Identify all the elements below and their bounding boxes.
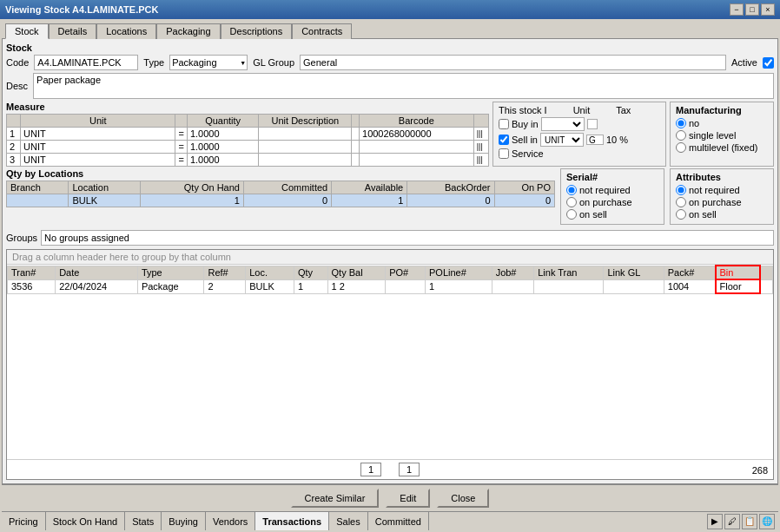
sellin-unit-select[interactable]: UNIT	[540, 133, 584, 147]
barcode-icon-2[interactable]: |||	[473, 141, 488, 154]
col-qty-bal: Qty Bal	[327, 266, 386, 279]
attr-on-purchase-radio[interactable]	[676, 197, 686, 207]
unit-input-2[interactable]	[23, 141, 172, 152]
barcode-input-1[interactable]	[362, 128, 449, 139]
manuf-no-radio[interactable]	[676, 118, 686, 128]
transaction-section: Drag a column header here to group by th…	[6, 249, 774, 480]
trans-ref: 2	[204, 279, 246, 293]
restore-button[interactable]: □	[745, 3, 759, 16]
sellin-checkbox[interactable]	[499, 135, 509, 145]
barcode-input-3[interactable]	[362, 154, 449, 165]
col-loc: Loc.	[246, 266, 294, 279]
unit-input-1[interactable]	[23, 128, 172, 139]
serial-title: Serial#	[566, 172, 658, 182]
create-similar-button[interactable]: Create Similar	[291, 489, 380, 508]
desc-label: Desc	[6, 81, 28, 91]
type-select[interactable]: Packaging	[169, 55, 248, 70]
page-2[interactable]: 1	[399, 463, 420, 476]
footer-tab-stats[interactable]: Stats	[125, 512, 162, 530]
col-type: Type	[137, 266, 204, 279]
col-unit: Unit	[21, 115, 175, 128]
tab-descriptions[interactable]: Descriptions	[221, 23, 293, 39]
attr-on-sell-radio[interactable]	[676, 209, 686, 220]
active-label: Active	[731, 57, 757, 68]
manuf-multi-row: multilevel (fixed)	[676, 142, 768, 153]
buyin-checkbox[interactable]	[499, 119, 509, 129]
col-location: Location	[69, 181, 140, 194]
groups-input[interactable]	[41, 230, 774, 246]
qty-input-2[interactable]	[190, 141, 242, 152]
tab-locations[interactable]: Locations	[96, 23, 156, 39]
serial-on-purchase-radio[interactable]	[566, 197, 577, 207]
serial-on-sell-radio[interactable]	[566, 209, 577, 220]
edit-button[interactable]: Edit	[386, 489, 430, 508]
close-button[interactable]: ×	[761, 3, 775, 16]
service-row: Service	[499, 148, 660, 159]
tab-stock[interactable]: Stock	[5, 23, 49, 39]
measure-label: Measure	[6, 102, 489, 112]
groups-label: Groups	[6, 233, 37, 243]
attr-not-req-radio[interactable]	[676, 185, 686, 195]
main-container: Stock Details Locations Packaging Descri…	[0, 19, 780, 532]
this-stock-header: This stock I Unit Tax	[499, 105, 660, 115]
barcode-input-2[interactable]	[362, 141, 449, 152]
page-1[interactable]: 1	[360, 463, 381, 476]
trans-table: Tran# Date Type Ref# Loc. Qty Qty Bal PO…	[7, 265, 773, 294]
footer-tab-committed[interactable]: Committed	[368, 512, 429, 530]
manuf-multi-radio[interactable]	[676, 142, 686, 153]
attr-on-sell-row: on sell	[676, 209, 768, 220]
footer-tab-sales[interactable]: Sales	[329, 512, 368, 530]
type-label: Type	[143, 57, 164, 68]
serial-on-purchase-row: on purchase	[566, 197, 658, 207]
trans-qty-bal: 1 2	[327, 279, 386, 293]
desc-input-2[interactable]	[261, 141, 331, 152]
service-label: Service	[512, 148, 544, 159]
desc-textarea[interactable]: Paper package	[33, 73, 774, 99]
glgroup-input[interactable]	[300, 55, 726, 70]
unit-input-3[interactable]	[23, 154, 172, 165]
footer-tab-buying[interactable]: Buying	[162, 512, 206, 530]
trans-table-wrapper[interactable]: Tran# Date Type Ref# Loc. Qty Qty Bal PO…	[7, 265, 773, 459]
serial-not-req-radio[interactable]	[566, 185, 577, 195]
close-button[interactable]: Close	[437, 489, 489, 508]
desc-input-1[interactable]	[261, 128, 331, 139]
serial-section: Serial# not required on purchase on sell	[560, 168, 664, 225]
footer-tab-transactions[interactable]: Transactions	[255, 512, 329, 530]
footer-icon-4[interactable]: 🌐	[759, 514, 775, 529]
manuf-no-label: no	[689, 118, 699, 128]
tab-details[interactable]: Details	[49, 23, 97, 39]
barcode-icon-3[interactable]: |||	[473, 154, 488, 167]
code-input[interactable]	[34, 55, 138, 70]
qty-backorder: 0	[407, 194, 494, 207]
trans-bin: Floor	[716, 279, 761, 293]
footer-tab-vendors[interactable]: Vendors	[206, 512, 255, 530]
tab-packaging[interactable]: Packaging	[156, 23, 220, 39]
trans-extra	[760, 279, 772, 293]
col-quantity: Quantity	[187, 115, 258, 128]
tab-contracts[interactable]: Contracts	[292, 23, 352, 39]
middle-area: Measure Unit Quantity Unit Description B…	[6, 102, 774, 167]
minimize-button[interactable]: −	[730, 3, 744, 16]
service-checkbox[interactable]	[499, 148, 509, 159]
manuf-single-radio[interactable]	[676, 130, 686, 141]
sellin-tax-input[interactable]	[586, 135, 604, 145]
stock-section-label: Stock	[6, 43, 774, 53]
active-checkbox[interactable]	[763, 57, 774, 69]
footer-icon-2[interactable]: 🖊	[724, 514, 740, 529]
footer-icon-3[interactable]: 📋	[742, 514, 757, 529]
qty-input-3[interactable]	[190, 154, 242, 165]
footer-tab-pricing[interactable]: Pricing	[2, 512, 46, 530]
qty-input-1[interactable]	[190, 128, 242, 139]
buyin-tax-input[interactable]	[587, 119, 598, 129]
this-stock-section: This stock I Unit Tax Buy in Sell in UNI…	[492, 102, 666, 167]
attr-not-req-label: not required	[689, 185, 740, 195]
footer-tab-stock-on-hand[interactable]: Stock On Hand	[46, 512, 126, 530]
col-qty: Qty	[294, 266, 327, 279]
footer-icon-1[interactable]: ▶	[707, 514, 723, 529]
barcode-icon-1[interactable]: |||	[473, 128, 488, 141]
type-select-wrapper: Packaging	[169, 55, 248, 70]
measure-row-1: 1 = |||	[7, 128, 489, 141]
buyin-unit-select[interactable]	[541, 117, 585, 131]
col-barcode: Barcode	[360, 115, 474, 128]
desc-input-3[interactable]	[261, 154, 331, 165]
